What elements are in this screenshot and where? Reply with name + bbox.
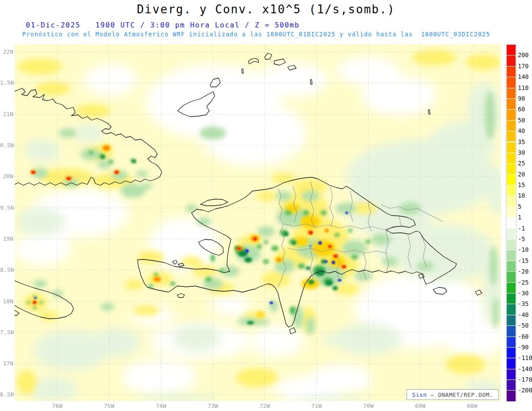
lon-tick-label: 72W — [255, 403, 274, 410]
watermark-text: – ONAMET/REP.DOM. — [427, 391, 493, 398]
colorbar-tick-label: 35 — [518, 138, 525, 145]
colorbar-tick-label: -35 — [518, 300, 528, 307]
colorbar-tick-label: -110 — [518, 354, 532, 361]
lon-tick-label: 68W — [462, 403, 482, 410]
colorbar-tick-label: 30 — [518, 149, 525, 156]
lat-tick-label: 8.5N — [0, 266, 13, 274]
colorbar-tick-label: 10 — [518, 192, 525, 199]
lon-tick-label: 70W — [359, 403, 378, 410]
colorbar-tick-label: -50 — [518, 322, 528, 329]
forecast-map-page: Diverg. y Conv. x10^5 (1/s,somb.) 01-Dic… — [0, 0, 532, 411]
colorbar-tick-label: 20 — [518, 171, 525, 178]
colorbar-tick-label: -90 — [518, 344, 528, 351]
lat-tick-label: 0.5N — [0, 142, 13, 149]
lon-tick-label: 74W — [151, 403, 171, 410]
colorbar-tick-label: -200 — [518, 387, 532, 394]
colorbar-tick-label: 200 — [518, 51, 528, 59]
colorbar-tick-label: -1 — [518, 225, 525, 232]
colorbar-tick-label: 60 — [518, 106, 525, 113]
colorbar-tick-label: 110 — [518, 84, 528, 91]
lon-tick-label: 75W — [99, 403, 119, 410]
colorbar-tick-label: -10 — [518, 246, 528, 253]
colorbar-tick-label: -15 — [518, 257, 528, 264]
lat-tick-label: 22N — [0, 48, 13, 55]
colorbar-tick-label: 140 — [518, 73, 528, 80]
colorbar-tick-label: -140 — [518, 365, 532, 372]
map-canvas — [0, 0, 532, 411]
lon-tick-label: 76W — [47, 403, 67, 410]
colorbar-tick-label: -30 — [518, 290, 528, 297]
lon-tick-label: 71W — [307, 403, 326, 410]
colorbar-tick-label: 25 — [518, 160, 525, 167]
lat-tick-label: 18N — [0, 298, 13, 305]
lat-tick-label: 9.5N — [0, 204, 13, 211]
colorbar-tick-label: -60 — [518, 333, 528, 340]
colorbar-tick-label: 90 — [518, 95, 525, 102]
lon-tick-label: 73W — [203, 403, 223, 410]
lon-tick-label: 69W — [411, 403, 430, 410]
colorbar-tick-label: 15 — [518, 181, 525, 188]
colorbar-tick-label: -20 — [518, 268, 528, 275]
colorbar-tick-label: -170 — [518, 376, 532, 383]
colorbar-tick-label: 40 — [518, 127, 525, 134]
colorbar-frame — [506, 44, 516, 402]
watermark-brand: Sisπ — [412, 391, 426, 398]
lat-tick-label: 21N — [0, 111, 13, 118]
colorbar-tick-label: 170 — [518, 63, 528, 70]
lat-tick-label: 20N — [0, 173, 13, 180]
lat-tick-label: 17N — [0, 360, 13, 367]
colorbar-tick-label: 5 — [518, 203, 521, 210]
watermark: Sisπ – ONAMET/REP.DOM. — [407, 389, 499, 400]
lat-tick-label: 6.5N — [0, 391, 13, 398]
colorbar-tick-label: -5 — [518, 235, 525, 243]
lat-tick-label: 1.5N — [0, 79, 13, 86]
colorbar-tick-label: -40 — [518, 311, 528, 318]
colorbar-tick-label: -25 — [518, 279, 528, 286]
lat-tick-label: 19N — [0, 235, 13, 243]
lat-tick-label: 7.5N — [0, 329, 13, 336]
colorbar-tick-label: 1 — [518, 214, 521, 221]
colorbar-tick-label: 50 — [518, 117, 525, 124]
